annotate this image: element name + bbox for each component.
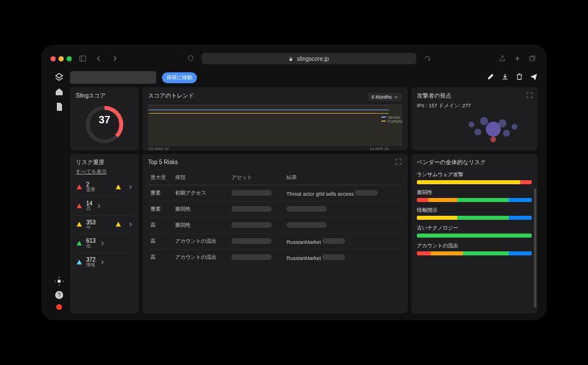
page-header: 保留に移動 [70,68,537,87]
severity-row[interactable]: 14高 [76,197,133,216]
severity-row[interactable]: 2重要 [76,178,133,197]
chevron-down-icon [394,95,399,99]
move-to-pending-button[interactable]: 保留に移動 [162,72,197,83]
download-icon[interactable] [501,72,509,83]
severity-icon [76,184,83,191]
cell-severity: 高 [148,250,173,266]
cell-severity: 重要 [148,185,173,201]
svg-point-4 [57,279,61,283]
network-graph[interactable] [457,111,532,146]
vendor-risk-title: ベンダーの全体的なリスク [417,158,532,166]
score-value: 37 [99,114,110,126]
url-text: slingscore.jp [297,56,329,62]
nav-rail: ? [51,68,68,313]
severity-row[interactable]: 372情報 [76,253,133,271]
top-risks-card: Top 5 Risks 重大度 種類 アセット 結果 重要 初期アクセス Thr… [142,154,408,313]
trend-title: スコアのトレンド [148,92,194,100]
x-axis-end: 14 APR 24 [370,147,389,150]
tabs-icon[interactable] [527,53,537,64]
trend-range-select[interactable]: 6 Months [368,93,402,101]
table-row[interactable]: 重要 脆弱性 [148,201,402,218]
cell-asset [229,201,284,218]
expand-icon[interactable] [395,158,402,165]
theme-icon[interactable] [55,277,64,286]
document-icon[interactable] [55,102,64,111]
send-icon[interactable] [530,72,537,83]
severity-icon [76,240,83,247]
cell-result [284,201,402,218]
vendor-risk-bar [417,251,532,255]
share-icon[interactable] [497,53,508,64]
browser-toolbar: slingscore.jp [51,52,537,65]
svg-rect-3 [530,57,534,61]
lock-icon [288,56,293,61]
vendor-risk-bar [417,234,532,238]
edit-icon[interactable] [487,72,494,83]
expand-icon[interactable] [526,92,533,99]
col-type: 種類 [173,171,229,185]
warning-icon [115,221,122,228]
vendor-risk-item: アカウントの流出 [417,242,532,255]
severity-row[interactable]: 613低 [76,234,133,253]
table-row[interactable]: 高 アカウントの流出 RussianMarket [148,234,402,250]
legend-portfolio: Portfolio [381,119,403,123]
vendor-risk-item: 脆弱性 [417,189,532,202]
table-row[interactable]: 高 脆弱性 [148,218,402,234]
cell-type: アカウントの流出 [173,234,229,250]
address-bar[interactable]: slingscore.jp [202,53,416,64]
cell-result: RussianMarket [284,234,402,250]
trend-range-label: 6 Months [372,94,392,100]
scrollbar[interactable] [534,188,536,308]
vendor-risk-bar [417,198,532,202]
score-title: Slingスコア [76,92,133,100]
help-icon[interactable]: ? [55,290,64,300]
vendor-risk-bar [417,216,532,220]
table-row[interactable]: 重要 初期アクセス Threat actor g0d sells access [148,185,402,201]
vendor-name-redacted [70,71,156,84]
vendor-risk-item: 古いテクノロジー [417,224,532,238]
maximize-window-icon[interactable] [67,56,72,61]
sidebar-toggle-icon[interactable] [78,53,88,64]
chevron-right-icon [99,240,105,246]
cell-type: 脆弱性 [173,201,229,218]
cell-type: 初期アクセス [173,185,229,201]
vendor-risk-label: 脆弱性 [417,189,532,196]
severity-label: 低 [86,244,96,249]
back-icon[interactable] [94,53,104,64]
cell-severity: 高 [148,218,173,234]
logo-icon[interactable] [55,72,64,81]
cell-asset [229,185,284,201]
vendor-risk-label: 古いテクノロジー [417,224,532,232]
browser-window: slingscore.jp ? 保留に移動 [41,45,547,320]
table-row[interactable]: 高 アカウントの流出 RussianMarket [148,250,402,266]
risks-title: Top 5 Risks [148,159,178,165]
chevron-right-icon [127,184,133,190]
new-tab-icon[interactable] [512,53,523,64]
chevron-right-icon [127,222,133,227]
record-icon[interactable] [56,304,62,310]
risks-table: 重大度 種類 アセット 結果 重要 初期アクセス Threat actor g0… [148,171,402,266]
vendor-risk-label: アカウントの流出 [417,242,532,250]
svg-rect-2 [289,58,292,60]
svg-rect-0 [80,56,86,61]
vendor-risk-item: ランサムウェア攻撃 [417,171,532,184]
cell-asset [229,234,284,250]
cell-result: RussianMarket [284,250,402,266]
delete-icon[interactable] [516,72,523,83]
reload-icon[interactable] [422,53,432,64]
trend-card: スコアのトレンド 6 Months Vendor Portfolio [142,87,408,150]
shield-icon[interactable] [185,53,196,64]
close-window-icon[interactable] [51,56,56,61]
severity-title: リスク重度 [76,158,133,166]
severity-card: リスク重度 すべてを表示 2重要 14高 353中 613低 372情報 [70,154,139,313]
severity-icon [76,203,83,209]
cell-asset [229,218,284,234]
minimize-window-icon[interactable] [59,56,64,61]
window-controls[interactable] [51,56,72,61]
severity-row[interactable]: 353中 [76,216,133,235]
forward-icon[interactable] [110,53,120,64]
view-all-link[interactable]: すべてを表示 [76,169,133,176]
svg-text:?: ? [57,292,61,298]
home-icon[interactable] [55,87,64,96]
attacker-view-card: 攻撃者の視点 IPs : 157 ドメイン: 277 [411,87,537,150]
